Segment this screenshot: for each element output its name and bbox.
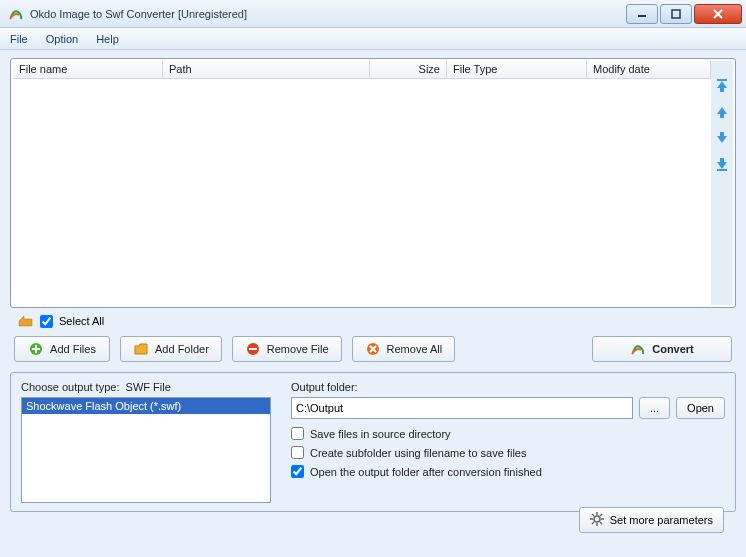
move-top-icon[interactable] bbox=[715, 79, 729, 93]
move-down-icon[interactable] bbox=[715, 131, 729, 145]
browse-button[interactable]: ... bbox=[639, 397, 670, 419]
remove-all-icon bbox=[365, 341, 381, 357]
move-bottom-icon[interactable] bbox=[715, 157, 729, 171]
svg-rect-1 bbox=[672, 10, 680, 18]
col-path[interactable]: Path bbox=[163, 61, 370, 78]
remove-all-label: Remove All bbox=[387, 343, 443, 355]
table-header: File name Path Size File Type Modify dat… bbox=[13, 61, 711, 79]
file-list-panel: File name Path Size File Type Modify dat… bbox=[10, 58, 736, 308]
output-folder-label: Output folder: bbox=[291, 381, 725, 393]
open-after-label[interactable]: Open the output folder after conversion … bbox=[310, 466, 542, 478]
svg-rect-4 bbox=[717, 79, 727, 81]
svg-line-15 bbox=[600, 522, 602, 524]
title-bar: Okdo Image to Swf Converter [Unregistere… bbox=[0, 0, 746, 28]
svg-line-17 bbox=[592, 522, 594, 524]
open-folder-button[interactable]: Open bbox=[676, 397, 725, 419]
save-in-source-checkbox[interactable] bbox=[291, 427, 304, 440]
gear-icon bbox=[590, 512, 604, 528]
convert-button[interactable]: Convert bbox=[592, 336, 732, 362]
reorder-arrows bbox=[711, 61, 733, 305]
set-more-parameters-button[interactable]: Set more parameters bbox=[579, 507, 724, 533]
settings-panel: Choose output type: SWF File Shockwave F… bbox=[10, 372, 736, 512]
remove-file-button[interactable]: Remove File bbox=[232, 336, 342, 362]
col-filename[interactable]: File name bbox=[13, 61, 163, 78]
minus-icon bbox=[245, 341, 261, 357]
create-subfolder-checkbox[interactable] bbox=[291, 446, 304, 459]
select-all-row: Select All bbox=[18, 314, 736, 328]
col-modifydate[interactable]: Modify date bbox=[587, 61, 711, 78]
add-folder-label: Add Folder bbox=[155, 343, 209, 355]
convert-icon bbox=[630, 341, 646, 357]
convert-label: Convert bbox=[652, 343, 694, 355]
maximize-button[interactable] bbox=[660, 4, 692, 24]
open-after-checkbox[interactable] bbox=[291, 465, 304, 478]
table-body[interactable] bbox=[13, 79, 711, 305]
save-in-source-label[interactable]: Save files in source directory bbox=[310, 428, 451, 440]
menu-file[interactable]: File bbox=[10, 33, 28, 45]
col-size[interactable]: Size bbox=[370, 61, 447, 78]
svg-point-9 bbox=[594, 516, 600, 522]
svg-rect-5 bbox=[717, 169, 727, 171]
move-up-icon[interactable] bbox=[715, 105, 729, 119]
remove-file-label: Remove File bbox=[267, 343, 329, 355]
minimize-button[interactable] bbox=[626, 4, 658, 24]
menu-bar: File Option Help bbox=[0, 28, 746, 50]
app-icon bbox=[8, 6, 24, 22]
menu-help[interactable]: Help bbox=[96, 33, 119, 45]
plus-icon bbox=[28, 341, 44, 357]
svg-line-14 bbox=[592, 514, 594, 516]
remove-all-button[interactable]: Remove All bbox=[352, 336, 456, 362]
col-filetype[interactable]: File Type bbox=[447, 61, 587, 78]
create-subfolder-label[interactable]: Create subfolder using filename to save … bbox=[310, 447, 526, 459]
output-type-item[interactable]: Shockwave Flash Object (*.swf) bbox=[22, 398, 270, 414]
output-folder-input[interactable] bbox=[291, 397, 633, 419]
window-controls bbox=[624, 4, 746, 24]
window-title: Okdo Image to Swf Converter [Unregistere… bbox=[30, 8, 624, 20]
add-files-label: Add Files bbox=[50, 343, 96, 355]
select-all-label[interactable]: Select All bbox=[59, 315, 104, 327]
action-buttons: Add Files Add Folder Remove File Remove … bbox=[10, 336, 736, 362]
set-more-parameters-label: Set more parameters bbox=[610, 514, 713, 526]
select-all-checkbox[interactable] bbox=[40, 315, 53, 328]
menu-option[interactable]: Option bbox=[46, 33, 78, 45]
output-type-listbox[interactable]: Shockwave Flash Object (*.swf) bbox=[21, 397, 271, 503]
close-button[interactable] bbox=[694, 4, 742, 24]
svg-line-16 bbox=[600, 514, 602, 516]
folder-icon bbox=[133, 341, 149, 357]
add-files-button[interactable]: Add Files bbox=[14, 336, 110, 362]
add-folder-button[interactable]: Add Folder bbox=[120, 336, 222, 362]
output-type-label: Choose output type: SWF File bbox=[21, 381, 271, 393]
up-folder-icon[interactable] bbox=[18, 314, 34, 328]
